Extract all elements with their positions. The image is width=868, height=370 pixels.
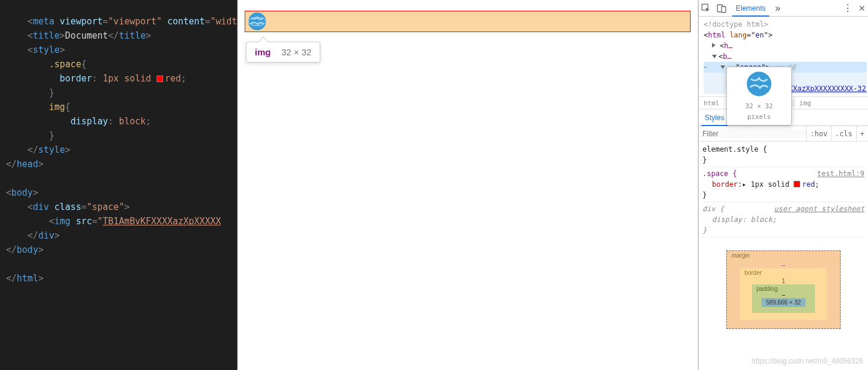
devtools-panel: Elements » ⋮ ✕ <!doctype html> <html lan… [698,0,868,370]
devtools-tabs: Elements » ⋮ ✕ [699,0,868,17]
styles-filter-input[interactable] [699,130,806,138]
tab-styles[interactable]: Styles [701,109,728,126]
watermark: https://blog.csdn.net/m0_48056326 [752,357,863,365]
dom-tree[interactable]: <!doctype html> <html lang="en"> <h… <b…… [699,17,868,96]
doctype-node: <!doctype html> [704,19,867,30]
hov-button[interactable]: :hov [806,126,831,141]
more-tabs-icon[interactable]: » [775,3,780,14]
browser-preview: img 32 × 32 [237,0,698,370]
source-link[interactable]: test.html:9 [817,168,864,179]
bc-html[interactable]: html [699,99,725,107]
code-editor[interactable]: <meta viewport="viewport" content="width… [0,0,237,370]
svg-point-0 [248,12,266,30]
globe-icon [248,12,267,31]
globe-icon [746,71,772,97]
dom-image-tooltip: 32 × 32 pixels [726,67,792,126]
title-text: Document [65,30,108,41]
space-div[interactable] [245,11,691,32]
css-rules[interactable]: element.style { } .space {test.html:9 bo… [699,142,868,239]
box-model: margin – border 1 padding– 589.666 × 32 [699,239,868,370]
tooltip-tag: img [255,47,271,57]
close-icon[interactable]: ✕ [858,4,866,13]
svg-rect-4 [722,7,726,12]
bc-img[interactable]: img [795,99,816,107]
tab-elements[interactable]: Elements [732,0,769,17]
add-rule-icon[interactable]: + [856,126,868,141]
device-icon[interactable] [717,4,726,13]
svg-point-5 [747,71,771,96]
cls-button[interactable]: .cls [831,126,856,141]
inspect-icon[interactable] [701,4,711,13]
inspector-tooltip: img 32 × 32 [246,42,320,62]
kebab-icon[interactable]: ⋮ [843,2,853,14]
tooltip-dimensions: 32 × 32 [282,47,311,57]
